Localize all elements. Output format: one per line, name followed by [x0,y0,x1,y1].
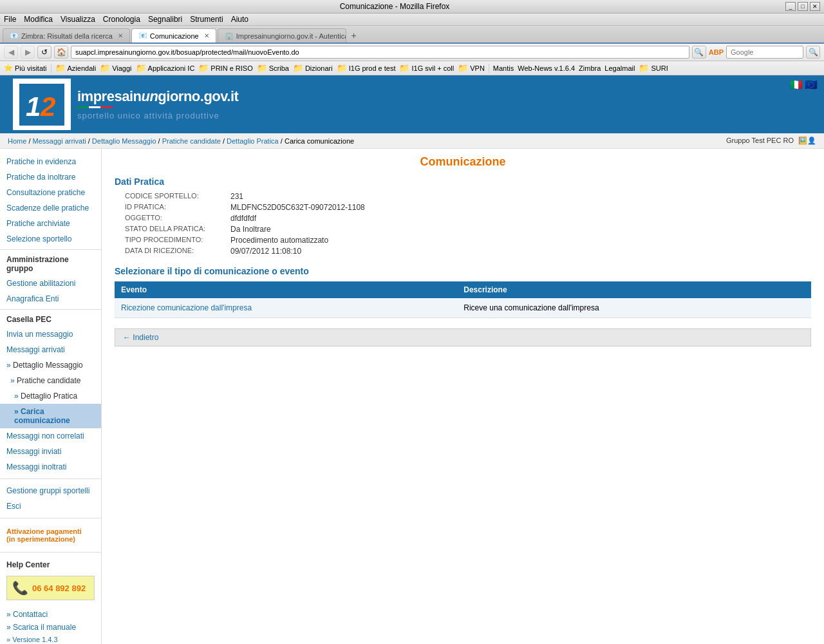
back-button[interactable]: ← Indietro [115,328,811,346]
star-icon: ⭐ [4,64,13,72]
bm-dizionari[interactable]: 📁 Dizionari [293,63,333,73]
menu-visualizza[interactable]: Visualizza [61,15,95,24]
sidebar-divider-1 [0,478,101,479]
sidebar-section-pec: Casella PEC [0,309,101,327]
bm-piu-visitati[interactable]: ⭐ Più visitati [4,64,47,72]
sidebar-item-pratiche-evidenza[interactable]: Pratiche in evidenza [0,154,101,169]
group-icons: 🖼️👤 [798,137,816,144]
menu-cronologia[interactable]: Cronologia [103,15,140,24]
table-header-row: Evento Descrizione [115,281,811,298]
sidebar-version[interactable]: Versione 1.4.3 [0,634,101,644]
folder-icon: 📁 [257,63,267,73]
sidebar-link-contattaci[interactable]: Contattaci [0,608,101,621]
bm-zimbra[interactable]: Zimbra [579,64,601,72]
bm-legalmail[interactable]: Legalmail [604,64,635,72]
folder-icon: 📁 [399,63,409,73]
bm-webnews[interactable]: Web-News v.1.6.4 [518,64,575,72]
breadcrumb-path: Home / Messaggi arrivati / Dettaglio Mes… [8,137,354,145]
dati-row-0: CODICE SPORTELLO: 231 [115,192,811,201]
menu-segnalibri[interactable]: Segnalibri [148,15,182,24]
forward-button[interactable]: ▶ [21,46,35,59]
folder-icon: 📁 [198,63,209,73]
value-oggetto: dfdfdfdf [230,214,256,223]
home-button[interactable]: 🏠 [54,46,68,59]
bm-applicazioni[interactable]: 📁 Applicazioni IC [136,63,195,73]
url-bar[interactable] [71,46,689,59]
new-tab-button[interactable]: + [348,28,360,43]
sidebar-item-anagrafica[interactable]: Anagrafica Enti [0,291,101,307]
col-evento: Evento [115,281,457,298]
breadcrumb-dettaglio-pratica[interactable]: Dettaglio Pratica [227,137,279,145]
tab-autenticazione-label: Impresainungiorno.gov.it - Autenticazion… [236,32,346,40]
tab-comunicazione[interactable]: 📧 Comunicazione ✕ [131,28,216,43]
bm-prin-label: PRIN e RISO [211,64,252,72]
bm-suri[interactable]: 📁 SURI [639,63,668,73]
breadcrumb-dettaglio-msg[interactable]: Dettaglio Messaggio [92,137,156,145]
bm-prin[interactable]: 📁 PRIN e RISO [198,63,252,73]
bm-vpn-label: VPN [470,64,485,72]
folder-icon: 📁 [100,63,110,73]
menu-bar: File Modifica Visualizza Cronologia Segn… [0,14,824,26]
sidebar-item-carica-comunicazione[interactable]: » Carica comunicazione [0,404,101,428]
back-button[interactable]: ◀ [4,46,18,59]
bm-i1g-prod[interactable]: 📁 I1G prod e test [337,63,396,73]
menu-file[interactable]: File [4,15,16,24]
tab-comunicazione-label: Comunicazione [150,32,199,40]
close-button[interactable]: ✕ [810,2,820,11]
menu-strumenti[interactable]: Strumenti [190,15,223,24]
bm-scriba[interactable]: 📁 Scriba [257,63,289,73]
sidebar-item-consultazione[interactable]: Consultazione pratiche [0,185,101,200]
sidebar-item-messaggi-inoltrati[interactable]: Messaggi inoltrati [0,459,101,475]
sidebar-item-messaggi-non-correlati[interactable]: Messaggi non correlati [0,428,101,444]
evento-link[interactable]: Ricezione comunicazione dall'impresa [121,303,252,312]
addon-icon: ABP [709,48,724,56]
label-data-rice: DATA DI RICEZIONE: [115,247,230,256]
sidebar-item-esci[interactable]: Esci [0,498,101,514]
breadcrumb-pratiche[interactable]: Pratiche candidate [162,137,221,145]
tab-autenticazione[interactable]: 🏢 Impresainungiorno.gov.it - Autenticazi… [218,28,346,43]
search-go-button[interactable]: 🔍 [806,46,820,59]
bm-viaggi[interactable]: 📁 Viaggi [100,63,131,73]
bm-aziendali[interactable]: 📁 Aziendali [55,63,97,73]
reload-button[interactable]: ↺ [37,46,52,59]
search-bar[interactable] [726,46,803,59]
bm-mantis[interactable]: Mantis [493,64,514,72]
menu-modifica[interactable]: Modifica [24,15,53,24]
sidebar-item-gestione-abilit[interactable]: Gestione abilitazioni [0,276,101,291]
bm-sep-1 [51,64,52,73]
minimize-button[interactable]: _ [785,2,796,11]
sidebar-item-selezione[interactable]: Selezione sportello [0,231,101,247]
bm-i1g-svil[interactable]: 📁 I1G svil + coll [399,63,454,73]
breadcrumb-messaggi[interactable]: Messaggi arrivati [33,137,86,145]
bm-mantis-label: Mantis [493,64,514,72]
sidebar-item-pratiche-candidate[interactable]: » Pratiche candidate [0,373,101,388]
sidebar-item-archiviate[interactable]: Pratiche archiviate [0,216,101,231]
tab-zimbra[interactable]: 📧 Zimbra: Risultati della ricerca ✕ [3,28,130,43]
breadcrumb-group: Gruppo Test PEC RO 🖼️👤 [726,137,816,145]
sidebar-item-invia[interactable]: Invia un messaggio [0,327,101,342]
sidebar-item-dettaglio-pratica[interactable]: » Dettaglio Pratica [0,388,101,404]
sidebar-link-manuale[interactable]: Scarica il manuale [0,621,101,634]
cell-evento[interactable]: Ricezione comunicazione dall'impresa [115,298,457,318]
sidebar-item-messaggi-inviati[interactable]: Messaggi inviati [0,444,101,459]
menu-aiuto[interactable]: Aiuto [231,15,248,24]
page-layout: Pratiche in evidenza Pratiche da inoltra… [0,149,824,644]
restore-button[interactable]: □ [798,2,808,11]
value-tipo-proc: Procedimento automatizzato [230,236,328,245]
svg-text:1: 1 [26,91,41,122]
bm-legalmail-label: Legalmail [604,64,635,72]
sidebar-item-gestione-gruppi[interactable]: Gestione gruppi sportelli [0,483,101,498]
tab-comunicazione-close[interactable]: ✕ [204,32,209,39]
sidebar-item-dettaglio-msg[interactable]: » Dettaglio Messaggio [0,357,101,373]
sidebar-item-pratiche-inoltrare[interactable]: Pratiche da inoltrare [0,169,101,185]
tab-zimbra-close[interactable]: ✕ [118,32,123,39]
sidebar-item-scadenze[interactable]: Scadenze delle pratiche [0,200,101,216]
table-row: Ricezione comunicazione dall'impresa Ric… [115,298,811,318]
breadcrumb-home[interactable]: Home [8,137,26,145]
bm-vpn[interactable]: 📁 VPN [458,63,485,73]
col-descrizione: Descrizione [457,281,811,298]
nav-bar: ◀ ▶ ↺ 🏠 🔍 ABP 🔍 [0,44,824,61]
sidebar-item-messaggi-arrivati[interactable]: Messaggi arrivati [0,342,101,357]
site-name: impresainungiorno.gov.it sportello unico… [77,88,238,120]
phone-icon: 📞 [12,580,28,596]
